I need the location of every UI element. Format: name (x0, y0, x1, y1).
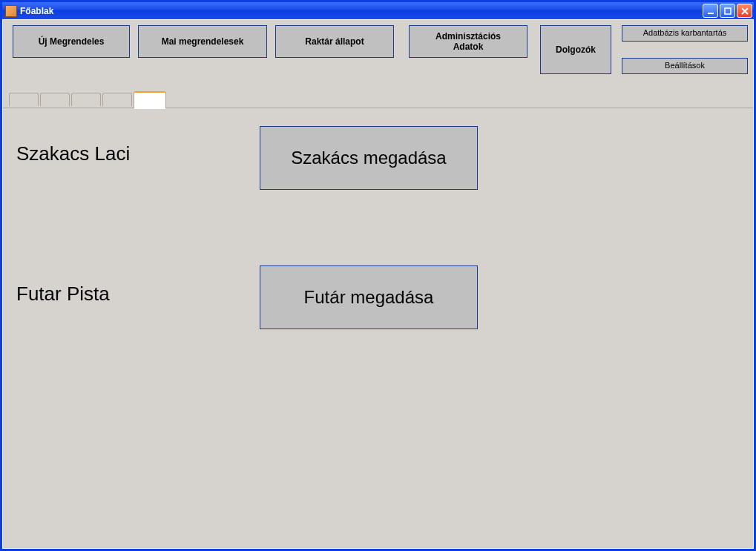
close-button[interactable] (737, 4, 752, 18)
window-title: Főablak (20, 6, 703, 16)
minimize-icon (707, 7, 714, 15)
tab-2[interactable] (40, 93, 70, 106)
tab-5-active[interactable] (134, 91, 166, 108)
tab-4[interactable] (102, 93, 132, 106)
cook-name-label: Szakacs Laci (16, 142, 130, 165)
todays-orders-button[interactable]: Mai megrendelesek (138, 25, 267, 58)
tab-1[interactable] (9, 93, 39, 106)
courier-name-label: Futar Pista (16, 283, 110, 306)
toolbar: Új Megrendeles Mai megrendelesek Raktár … (9, 23, 747, 75)
maximize-icon (724, 7, 732, 15)
set-courier-button[interactable]: Futár megadása (260, 265, 478, 329)
stock-status-button[interactable]: Raktár állapot (275, 25, 394, 58)
svg-rect-1 (725, 8, 731, 14)
new-order-button[interactable]: Új Megrendeles (13, 25, 130, 58)
admin-data-button[interactable]: Adminisztációs Adatok (409, 25, 527, 58)
tab-page: Szakacs Laci Szakács megadása Futar Pist… (3, 108, 753, 548)
tab-3[interactable] (71, 93, 101, 106)
client-area: Új Megrendeles Mai megrendelesek Raktár … (2, 19, 754, 549)
main-window: Főablak Új Megrendeles Mai megrendelesek… (0, 0, 756, 551)
window-controls (703, 4, 752, 18)
db-maintenance-button[interactable]: Adatbázis karbantartás (622, 25, 748, 42)
close-icon (741, 7, 749, 15)
settings-button[interactable]: Beállítások (622, 58, 748, 74)
app-icon (5, 5, 17, 17)
set-cook-button[interactable]: Szakács megadása (260, 126, 478, 190)
minimize-button[interactable] (703, 4, 718, 18)
tabstrip (3, 93, 753, 108)
maximize-button[interactable] (720, 4, 735, 18)
titlebar: Főablak (2, 2, 754, 19)
svg-rect-0 (708, 13, 714, 14)
employees-button[interactable]: Dolgozók (540, 25, 611, 74)
